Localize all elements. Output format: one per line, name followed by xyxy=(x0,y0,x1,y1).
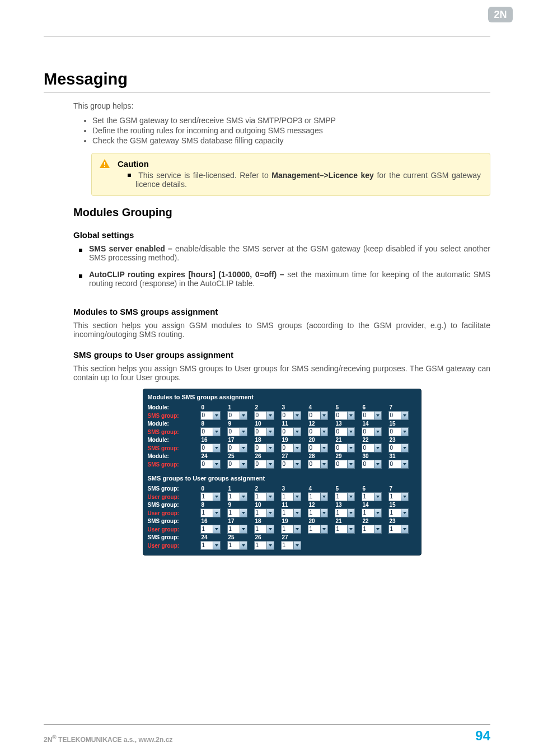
group-select[interactable]: 0 xyxy=(335,444,355,452)
chevron-down-icon[interactable] xyxy=(213,444,220,452)
chevron-down-icon[interactable] xyxy=(374,444,381,452)
group-select[interactable]: 1 xyxy=(362,508,382,517)
group-select[interactable]: 1 xyxy=(200,525,221,534)
group-select[interactable]: 0 xyxy=(362,460,382,469)
chevron-down-icon[interactable] xyxy=(374,412,381,419)
group-select[interactable]: 1 xyxy=(227,492,247,501)
group-select[interactable]: 0 xyxy=(200,444,221,452)
group-select[interactable]: 0 xyxy=(200,411,221,420)
group-select[interactable]: 1 xyxy=(388,525,409,534)
group-select[interactable]: 1 xyxy=(281,492,301,501)
group-select[interactable]: 0 xyxy=(281,444,301,452)
chevron-down-icon[interactable] xyxy=(401,412,408,419)
group-select[interactable]: 1 xyxy=(200,508,221,517)
chevron-down-icon[interactable] xyxy=(320,444,327,452)
chevron-down-icon[interactable] xyxy=(213,509,220,517)
group-select[interactable]: 0 xyxy=(388,427,409,436)
group-select[interactable]: 1 xyxy=(254,525,274,534)
group-select[interactable]: 1 xyxy=(281,508,301,517)
chevron-down-icon[interactable] xyxy=(374,428,381,436)
chevron-down-icon[interactable] xyxy=(240,428,247,436)
chevron-down-icon[interactable] xyxy=(320,493,327,501)
chevron-down-icon[interactable] xyxy=(347,525,354,533)
group-select[interactable]: 0 xyxy=(362,427,382,436)
chevron-down-icon[interactable] xyxy=(213,412,220,419)
group-select[interactable]: 1 xyxy=(200,492,221,501)
chevron-down-icon[interactable] xyxy=(266,509,274,517)
chevron-down-icon[interactable] xyxy=(401,525,408,533)
chevron-down-icon[interactable] xyxy=(240,542,247,549)
chevron-down-icon[interactable] xyxy=(347,460,354,468)
chevron-down-icon[interactable] xyxy=(320,460,327,468)
chevron-down-icon[interactable] xyxy=(266,428,274,436)
group-select[interactable]: 1 xyxy=(227,525,247,534)
group-select[interactable]: 0 xyxy=(281,427,301,436)
chevron-down-icon[interactable] xyxy=(347,493,354,501)
chevron-down-icon[interactable] xyxy=(293,493,301,501)
group-select[interactable]: 1 xyxy=(335,508,355,517)
chevron-down-icon[interactable] xyxy=(293,412,301,419)
group-select[interactable]: 0 xyxy=(308,427,328,436)
group-select[interactable]: 0 xyxy=(308,444,328,452)
group-select[interactable]: 1 xyxy=(227,508,247,517)
chevron-down-icon[interactable] xyxy=(266,412,274,419)
chevron-down-icon[interactable] xyxy=(293,542,301,549)
group-select[interactable]: 1 xyxy=(281,541,301,550)
group-select[interactable]: 0 xyxy=(388,411,409,420)
group-select[interactable]: 0 xyxy=(308,460,328,469)
group-select[interactable]: 1 xyxy=(200,541,221,550)
chevron-down-icon[interactable] xyxy=(266,525,274,533)
group-select[interactable]: 0 xyxy=(362,444,382,452)
group-select[interactable]: 1 xyxy=(388,492,409,501)
group-select[interactable]: 0 xyxy=(388,460,409,469)
chevron-down-icon[interactable] xyxy=(293,428,301,436)
group-select[interactable]: 0 xyxy=(227,411,247,420)
chevron-down-icon[interactable] xyxy=(293,509,301,517)
group-select[interactable]: 1 xyxy=(308,508,328,517)
group-select[interactable]: 1 xyxy=(281,525,301,534)
chevron-down-icon[interactable] xyxy=(320,509,327,517)
chevron-down-icon[interactable] xyxy=(347,412,354,419)
chevron-down-icon[interactable] xyxy=(374,525,381,533)
chevron-down-icon[interactable] xyxy=(293,460,301,468)
chevron-down-icon[interactable] xyxy=(240,460,247,468)
group-select[interactable]: 1 xyxy=(335,492,355,501)
chevron-down-icon[interactable] xyxy=(374,460,381,468)
group-select[interactable]: 0 xyxy=(335,427,355,436)
chevron-down-icon[interactable] xyxy=(266,444,274,452)
group-select[interactable]: 0 xyxy=(362,411,382,420)
chevron-down-icon[interactable] xyxy=(293,444,301,452)
group-select[interactable]: 0 xyxy=(254,444,274,452)
chevron-down-icon[interactable] xyxy=(374,493,381,501)
chevron-down-icon[interactable] xyxy=(401,493,408,501)
group-select[interactable]: 0 xyxy=(308,411,328,420)
chevron-down-icon[interactable] xyxy=(213,493,220,501)
chevron-down-icon[interactable] xyxy=(401,444,408,452)
chevron-down-icon[interactable] xyxy=(213,542,220,549)
chevron-down-icon[interactable] xyxy=(213,460,220,468)
group-select[interactable]: 1 xyxy=(362,492,382,501)
chevron-down-icon[interactable] xyxy=(374,509,381,517)
chevron-down-icon[interactable] xyxy=(266,542,274,549)
group-select[interactable]: 0 xyxy=(388,444,409,452)
chevron-down-icon[interactable] xyxy=(320,525,327,533)
group-select[interactable]: 1 xyxy=(335,525,355,534)
group-select[interactable]: 0 xyxy=(227,427,247,436)
group-select[interactable]: 0 xyxy=(200,460,221,469)
chevron-down-icon[interactable] xyxy=(213,525,220,533)
chevron-down-icon[interactable] xyxy=(320,412,327,419)
group-select[interactable]: 1 xyxy=(388,508,409,517)
group-select[interactable]: 0 xyxy=(335,411,355,420)
group-select[interactable]: 0 xyxy=(281,411,301,420)
chevron-down-icon[interactable] xyxy=(240,509,247,517)
chevron-down-icon[interactable] xyxy=(240,412,247,419)
chevron-down-icon[interactable] xyxy=(240,444,247,452)
group-select[interactable]: 0 xyxy=(254,411,274,420)
chevron-down-icon[interactable] xyxy=(213,428,220,436)
chevron-down-icon[interactable] xyxy=(401,428,408,436)
group-select[interactable]: 0 xyxy=(254,427,274,436)
group-select[interactable]: 0 xyxy=(335,460,355,469)
chevron-down-icon[interactable] xyxy=(293,525,301,533)
chevron-down-icon[interactable] xyxy=(347,428,354,436)
chevron-down-icon[interactable] xyxy=(401,460,408,468)
